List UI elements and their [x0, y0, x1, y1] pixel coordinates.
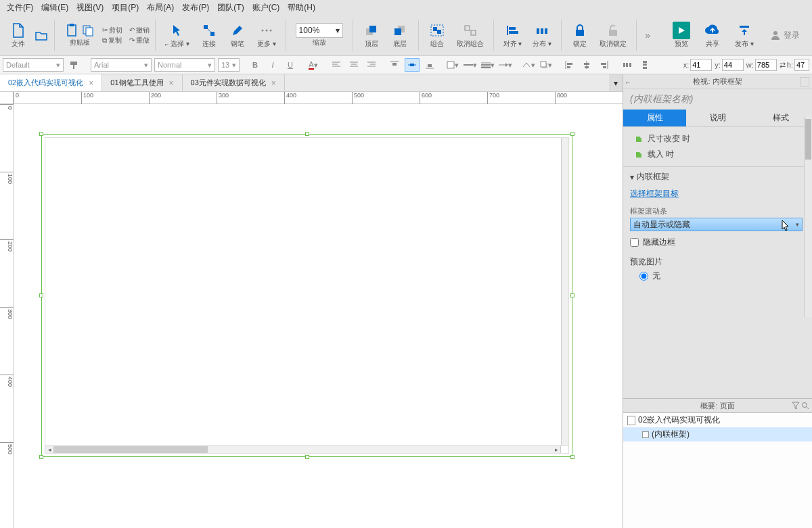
paste-icon[interactable] [64, 23, 79, 38]
paint-format-icon[interactable] [66, 58, 81, 72]
event-resize[interactable]: 尺寸改变 时 [634, 131, 805, 147]
canvas[interactable]: ◂ ▸ [14, 104, 623, 528]
valign-top-button[interactable] [387, 58, 402, 72]
resize-handle[interactable] [39, 455, 43, 459]
lock-button[interactable]: 锁定 [567, 22, 593, 49]
h-input[interactable] [794, 59, 809, 71]
copy-icon[interactable] [81, 23, 95, 38]
zoom-select[interactable]: 100%▾ [296, 23, 343, 38]
line-width-button[interactable]: ▾ [480, 58, 495, 72]
align-center-button[interactable] [346, 58, 361, 72]
distribute-button[interactable]: 分布 ▾ [528, 22, 556, 49]
front-button[interactable]: 顶层 [359, 22, 384, 49]
hide-border-checkbox[interactable]: 隐藏边框 [623, 234, 812, 251]
inspector-scrollbar[interactable] [804, 116, 812, 317]
line-color-button[interactable]: ▾ [521, 58, 536, 72]
close-icon[interactable]: × [89, 78, 93, 88]
tab-properties[interactable]: 属性 [623, 110, 686, 127]
publish-button[interactable]: 发布 ▾ [731, 22, 758, 49]
align-button[interactable]: 对齐 ▾ [499, 22, 526, 49]
bold-button[interactable]: B [248, 58, 263, 72]
copy-button[interactable]: ⧉复制 [102, 36, 122, 45]
preview-button[interactable]: 预览 [669, 22, 694, 49]
undo-button[interactable]: ↶撤销 [129, 26, 150, 35]
y-input[interactable] [722, 59, 744, 71]
overflow-button[interactable]: » [642, 30, 653, 41]
weight-select[interactable]: Normal▾ [154, 58, 215, 72]
outer-align-right-button[interactable] [597, 58, 612, 72]
filter-icon[interactable] [792, 402, 800, 410]
menu-project[interactable]: 项目(P) [108, 1, 143, 15]
frame-vscroll[interactable] [561, 137, 569, 446]
group-button[interactable]: 组合 [424, 22, 450, 49]
align-left-button[interactable] [329, 58, 344, 72]
select-frame-target-link[interactable]: 选择框架目标 [630, 189, 679, 198]
menu-account[interactable]: 账户(C) [248, 1, 284, 15]
back-button[interactable]: 底层 [387, 22, 413, 49]
close-icon[interactable]: × [271, 78, 276, 88]
outline-page-row[interactable]: 02嵌入代码实现可视化 [623, 413, 812, 427]
outer-align-left-button[interactable] [562, 58, 577, 72]
file-group[interactable]: 文件 [5, 22, 31, 49]
more-tool[interactable]: 更多 ▾ [253, 22, 280, 49]
redo-button[interactable]: ↷重做 [129, 36, 150, 45]
tab-03[interactable]: 03元件实现数据可视化× [183, 74, 285, 91]
resize-handle[interactable] [39, 132, 43, 136]
fill-color-button[interactable]: ▾ [445, 58, 460, 72]
menu-file[interactable]: 文件(F) [3, 1, 37, 15]
text-color-button[interactable]: A▾ [306, 58, 321, 72]
valign-middle-button[interactable] [405, 58, 420, 72]
tab-02[interactable]: 02嵌入代码实现可视化× [0, 74, 102, 91]
frame-hscroll[interactable]: ◂ ▸ [45, 446, 561, 454]
italic-button[interactable]: I [265, 58, 280, 72]
scroll-behavior-select[interactable]: 自动显示或隐藏 ▾ [630, 218, 803, 231]
menu-help[interactable]: 帮助(H) [284, 1, 319, 15]
style-select[interactable]: Default▾ [3, 58, 64, 72]
align-right-button[interactable] [364, 58, 379, 72]
select-tool[interactable]: ⌐ 选择 ▾ [161, 22, 194, 49]
resize-handle[interactable] [570, 293, 574, 297]
lock-aspect-icon[interactable]: ⇄ [780, 61, 786, 70]
resize-handle[interactable] [570, 455, 574, 459]
search-icon[interactable] [801, 402, 809, 410]
widget-name-input[interactable]: (内联框架名称) [623, 89, 812, 110]
cut-button[interactable]: ✂剪切 [102, 26, 122, 35]
tabs-dropdown[interactable]: ▾ [609, 74, 623, 91]
login-button[interactable]: 登录 [763, 30, 807, 41]
underline-button[interactable]: U [283, 58, 298, 72]
outer-align-center-button[interactable] [579, 58, 594, 72]
collapse-icon[interactable]: ⌐ [626, 78, 630, 86]
menu-edit[interactable]: 编辑(E) [37, 1, 72, 15]
outline-frame-row[interactable]: (内联框架) [623, 427, 812, 441]
connect-tool[interactable]: 连接 [196, 22, 222, 49]
dist-h-button[interactable] [620, 58, 635, 72]
menu-layout[interactable]: 布局(A) [143, 1, 178, 15]
scroll-left-icon[interactable]: ◂ [45, 446, 53, 453]
resize-handle[interactable] [305, 455, 309, 459]
x-input[interactable] [690, 59, 712, 71]
w-input[interactable] [755, 59, 777, 71]
close-icon[interactable]: × [169, 78, 174, 88]
menu-publish[interactable]: 发布(P) [178, 1, 213, 15]
pen-tool[interactable]: 钢笔 [225, 22, 250, 49]
valign-bottom-button[interactable] [422, 58, 437, 72]
tab-notes[interactable]: 说明 [686, 110, 749, 127]
open-file-icon[interactable] [34, 28, 49, 43]
menu-view[interactable]: 视图(V) [72, 1, 108, 15]
resize-handle[interactable] [570, 132, 574, 136]
resize-handle[interactable] [305, 132, 309, 136]
tab-style[interactable]: 样式 [749, 110, 812, 127]
resize-handle[interactable] [39, 293, 43, 297]
size-select[interactable]: 13▾ [218, 58, 240, 72]
radio-none[interactable]: 无 [623, 269, 812, 283]
scroll-right-icon[interactable]: ▸ [552, 446, 560, 453]
checkbox-icon[interactable] [642, 431, 649, 438]
arrow-style-button[interactable]: ▾ [498, 58, 513, 72]
inline-frame-widget[interactable]: ◂ ▸ [41, 134, 572, 457]
unlock-button[interactable]: 取消锁定 [595, 22, 631, 49]
ungroup-button[interactable]: 取消组合 [453, 22, 488, 49]
page-icon[interactable] [800, 77, 809, 87]
font-select[interactable]: Arial▾ [91, 58, 152, 72]
share-button[interactable]: 共享 [700, 22, 725, 49]
tab-01[interactable]: 01钢笔工具使用× [102, 74, 182, 91]
